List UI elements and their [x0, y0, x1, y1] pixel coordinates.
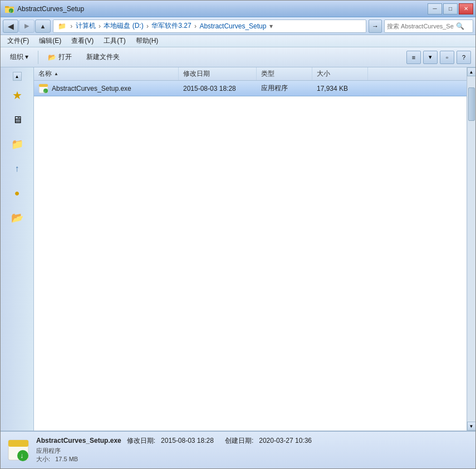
col-header-date[interactable]: 修改日期 — [179, 67, 257, 80]
computer-icon: 🖥 — [12, 114, 22, 126]
sidebar-scroll-up[interactable]: ▲ — [13, 72, 22, 81]
title-bar-left: ↓ AbstractCurves_Setup — [5, 4, 84, 13]
scroll-up-arrow[interactable]: ▲ — [467, 67, 476, 76]
up-button[interactable]: ▲ — [35, 19, 51, 33]
breadcrumb-sep-arrow: › — [68, 22, 75, 30]
svg-text:↓: ↓ — [20, 451, 24, 460]
status-created-label: 创建日期: — [225, 437, 253, 444]
view-dropdown-button[interactable]: ▾ — [423, 51, 438, 64]
status-type: 应用程序 — [36, 447, 469, 455]
svg-text:↓: ↓ — [44, 90, 46, 93]
table-row[interactable]: ↓ AbstractCurves_Setup.exe 2015-08-03 18… — [34, 81, 467, 96]
sidebar-item-folder[interactable]: 📁 — [7, 134, 27, 154]
title-bar-icon: ↓ — [5, 4, 14, 13]
menu-bar: 文件(F) 编辑(E) 查看(V) 工具(T) 帮助(H) — [1, 35, 475, 47]
file-list: ↓ AbstractCurves_Setup.exe 2015-08-03 18… — [34, 81, 467, 431]
star-icon: ★ — [12, 89, 22, 102]
sidebar-item-folder2[interactable]: 📂 — [7, 208, 27, 228]
menu-tools[interactable]: 工具(T) — [99, 35, 130, 47]
search-box: 🔍 — [384, 19, 473, 33]
view-toggle-button[interactable]: ≡ — [406, 51, 421, 64]
breadcrumb-item-computer[interactable]: 计算机 — [76, 21, 96, 31]
sidebar: ▲ ★ 🖥 📁 ↑ ● 📂 — [1, 67, 34, 431]
sidebar-item-favorites[interactable]: ★ — [7, 85, 27, 105]
exe-icon: ↓ — [38, 84, 48, 94]
breadcrumb[interactable]: 📁 › 计算机 › 本地磁盘 (D:) › 华军软件3.27 › Abstrac… — [53, 19, 366, 33]
maximize-button[interactable]: □ — [443, 3, 458, 14]
help-button[interactable]: ? — [457, 51, 471, 64]
new-folder-button[interactable]: 新建文件夹 — [81, 50, 125, 65]
status-info: AbstractCurves_Setup.exe 修改日期: 2015-08-0… — [36, 436, 469, 465]
main-area: ▲ ★ 🖥 📁 ↑ ● 📂 名称 — [1, 67, 475, 431]
minimize-button[interactable]: ─ — [428, 3, 442, 14]
status-filename: AbstractCurves_Setup.exe 修改日期: 2015-08-0… — [36, 436, 469, 446]
file-name-cell: ↓ AbstractCurves_Setup.exe — [34, 81, 179, 96]
open-icon: 📂 — [48, 53, 56, 61]
status-bar: ↓ AbstractCurves_Setup.exe 修改日期: 2015-08… — [1, 431, 475, 468]
open-button[interactable]: 📂 打开 — [43, 50, 77, 65]
svg-rect-6 — [39, 84, 48, 87]
forward-button[interactable]: ▶ — [19, 19, 35, 33]
sidebar-item-computer[interactable]: 🖥 — [7, 110, 27, 130]
go-button[interactable]: → — [369, 19, 382, 33]
svg-rect-2 — [5, 6, 9, 8]
folder2-icon: 📂 — [11, 212, 23, 224]
address-bar: ◀ ▶ ▲ 📁 › 计算机 › 本地磁盘 (D:) › 华军软件3.27 › A… — [1, 17, 475, 35]
menu-edit[interactable]: 编辑(E) — [35, 35, 66, 47]
breadcrumb-sep: 📁 — [58, 22, 66, 30]
col-header-type[interactable]: 类型 — [257, 67, 312, 80]
toolbar: 组织 ▾ 📂 打开 新建文件夹 ≡ ▾ ▫ ? — [1, 47, 475, 67]
search-input[interactable] — [387, 23, 454, 30]
breadcrumb-item-folder1[interactable]: 华军软件3.27 — [151, 21, 191, 31]
status-created-date: 2020-03-27 10:36 — [259, 437, 312, 444]
scroll-track — [468, 76, 475, 422]
toolbar-separator — [38, 51, 38, 64]
title-bar-text: AbstractCurves_Setup — [17, 5, 84, 13]
file-header: 名称 ▲ 修改日期 类型 大小 — [34, 67, 467, 81]
preview-pane-button[interactable]: ▫ — [440, 51, 454, 64]
folder-icon: 📁 — [11, 138, 23, 150]
status-file-icon: ↓ — [7, 439, 30, 461]
explorer-window: ↓ AbstractCurves_Setup ─ □ ✕ ◀ ▶ ▲ 📁 › 计… — [0, 0, 476, 469]
file-size-cell: 17,934 KB — [312, 81, 368, 96]
organize-label: 组织 ▾ — [10, 52, 28, 62]
file-date-cell: 2015-08-03 18:28 — [179, 81, 257, 96]
new-folder-label: 新建文件夹 — [86, 52, 120, 62]
status-modified-date: 2015-08-03 18:28 — [161, 437, 214, 444]
menu-file[interactable]: 文件(F) — [3, 35, 33, 47]
file-type-cell: 应用程序 — [257, 81, 312, 96]
nav-buttons: ◀ ▶ ▲ — [3, 19, 51, 33]
up-arrow-icon: ↑ — [15, 164, 19, 174]
open-label: 打开 — [58, 52, 72, 62]
col-header-name[interactable]: 名称 ▲ — [34, 67, 179, 80]
breadcrumb-item-drive[interactable]: 本地磁盘 (D:) — [104, 21, 143, 31]
back-button[interactable]: ◀ — [3, 19, 18, 33]
scroll-thumb[interactable] — [468, 87, 475, 121]
status-size: 大小: 17.5 MB — [36, 455, 469, 463]
sidebar-item-up[interactable]: ↑ — [7, 159, 27, 179]
title-bar: ↓ AbstractCurves_Setup ─ □ ✕ — [1, 1, 475, 17]
menu-help[interactable]: 帮助(H) — [131, 35, 163, 47]
breadcrumb-item-folder2[interactable]: AbstractCurves_Setup — [199, 22, 266, 30]
title-bar-buttons: ─ □ ✕ — [428, 3, 473, 14]
svg-text:↓: ↓ — [9, 9, 12, 13]
toolbar-right: ≡ ▾ ▫ ? — [406, 51, 471, 64]
search-icon[interactable]: 🔍 — [456, 22, 464, 30]
menu-view[interactable]: 查看(V) — [67, 35, 98, 47]
sidebar-item-circle[interactable]: ● — [7, 183, 27, 203]
file-area: 名称 ▲ 修改日期 类型 大小 — [34, 67, 467, 431]
svg-rect-10 — [8, 440, 28, 447]
close-button[interactable]: ✕ — [459, 3, 473, 14]
breadcrumb-dropdown[interactable]: ▾ — [267, 22, 272, 30]
organize-button[interactable]: 组织 ▾ — [5, 50, 33, 65]
scroll-down-arrow[interactable]: ▼ — [467, 422, 476, 431]
col-header-size[interactable]: 大小 — [312, 67, 368, 80]
circle-icon: ● — [14, 188, 20, 198]
file-list-scrollbar: ▲ ▼ — [467, 67, 475, 431]
status-modified-label: 修改日期: — [127, 437, 155, 444]
sort-arrow: ▲ — [54, 71, 58, 76]
